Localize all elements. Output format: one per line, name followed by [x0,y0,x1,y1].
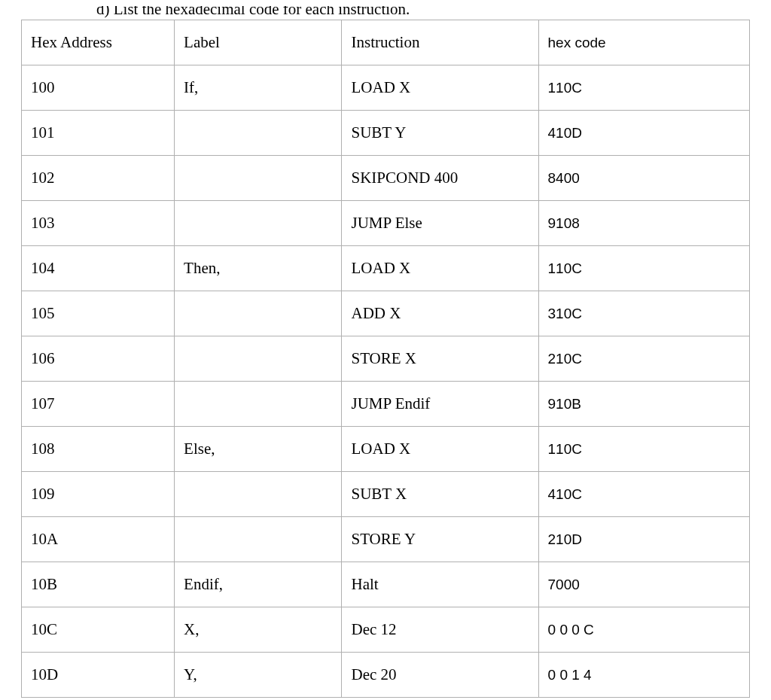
table-row: 101 SUBT Y 410D [22,111,750,156]
table-row: 10C X, Dec 12 0 0 0 C [22,607,750,653]
cell-hexcode: 7000 [538,562,749,607]
cell-label [175,472,342,517]
cell-addr: 108 [22,427,175,472]
cell-hexcode: 210D [538,517,749,562]
table-row: 10A STORE Y 210D [22,517,750,562]
cell-instruction: Dec 12 [342,607,538,653]
cell-addr: 109 [22,472,175,517]
cell-hexcode: 410D [538,111,749,156]
table-row: 105 ADD X 310C [22,291,750,336]
header-instruction: Instruction [342,20,538,65]
table-row: 102 SKIPCOND 400 8400 [22,156,750,201]
hex-code-table: Hex Address Label Instruction hex code 1… [21,20,750,698]
cell-addr: 102 [22,156,175,201]
cell-instruction: LOAD X [342,65,538,111]
cell-hexcode: 9108 [538,201,749,246]
cell-instruction: JUMP Endif [342,382,538,427]
cell-label: X, [175,607,342,653]
cell-hexcode: 0 0 1 4 [538,653,749,698]
cell-label [175,291,342,336]
cell-instruction: STORE Y [342,517,538,562]
cell-hexcode: 310C [538,291,749,336]
cell-addr: 10D [22,653,175,698]
table-row: 107 JUMP Endif 910B [22,382,750,427]
cell-hexcode: 410C [538,472,749,517]
cell-hexcode: 210C [538,336,749,382]
cell-hexcode: 0 0 0 C [538,607,749,653]
cell-instruction: LOAD X [342,246,538,291]
cell-hexcode: 910B [538,382,749,427]
cell-instruction: SUBT Y [342,111,538,156]
cell-hexcode: 110C [538,65,749,111]
cell-hexcode: 8400 [538,156,749,201]
cell-addr: 107 [22,382,175,427]
header-label: Label [175,20,342,65]
cell-addr: 10B [22,562,175,607]
cell-addr: 105 [22,291,175,336]
cell-label [175,156,342,201]
cell-label [175,111,342,156]
cell-addr: 106 [22,336,175,382]
cell-addr: 103 [22,201,175,246]
table-row: 108 Else, LOAD X 110C [22,427,750,472]
cell-addr: 104 [22,246,175,291]
cutoff-header-fragment: d) List the hexadecimal code for each in… [21,6,750,20]
table-row: 100 If, LOAD X 110C [22,65,750,111]
cell-label: Y, [175,653,342,698]
cell-label [175,336,342,382]
table-row: 104 Then, LOAD X 110C [22,246,750,291]
cell-hexcode: 110C [538,246,749,291]
header-hex-address: Hex Address [22,20,175,65]
table-row: 10D Y, Dec 20 0 0 1 4 [22,653,750,698]
cell-instruction: LOAD X [342,427,538,472]
cell-label [175,201,342,246]
table-row: 10B Endif, Halt 7000 [22,562,750,607]
cell-instruction: Halt [342,562,538,607]
cell-label [175,517,342,562]
cell-instruction: Dec 20 [342,653,538,698]
cell-instruction: STORE X [342,336,538,382]
table-body: 100 If, LOAD X 110C 101 SUBT Y 410D 102 … [22,65,750,698]
cell-label: Else, [175,427,342,472]
table-row: 103 JUMP Else 9108 [22,201,750,246]
cell-addr: 10A [22,517,175,562]
table-row: 106 STORE X 210C [22,336,750,382]
cell-label [175,382,342,427]
cell-addr: 101 [22,111,175,156]
cell-addr: 100 [22,65,175,111]
cell-instruction: ADD X [342,291,538,336]
table-header-row: Hex Address Label Instruction hex code [22,20,750,65]
cell-label: If, [175,65,342,111]
cell-instruction: SKIPCOND 400 [342,156,538,201]
header-hex-code: hex code [538,20,749,65]
cell-label: Endif, [175,562,342,607]
cell-hexcode: 110C [538,427,749,472]
cell-addr: 10C [22,607,175,653]
cell-instruction: JUMP Else [342,201,538,246]
table-row: 109 SUBT X 410C [22,472,750,517]
cell-instruction: SUBT X [342,472,538,517]
cell-label: Then, [175,246,342,291]
